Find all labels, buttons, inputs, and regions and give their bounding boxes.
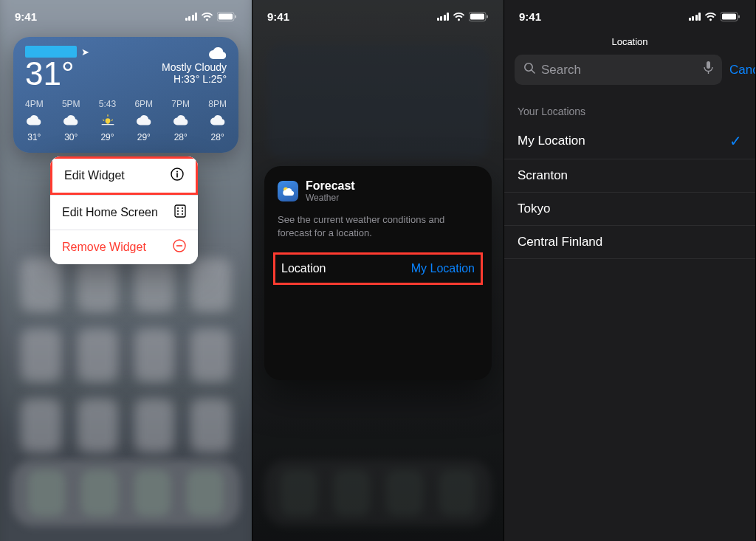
- sunset-icon: [100, 112, 115, 129]
- hour-slot: 5PM 30°: [62, 99, 80, 142]
- location-item[interactable]: Scranton: [504, 159, 755, 193]
- location-item[interactable]: Central Finland: [504, 226, 755, 259]
- location-setting-row[interactable]: Location My Location: [273, 252, 483, 285]
- battery-icon: [217, 12, 237, 21]
- dock-blur: [12, 460, 240, 526]
- remove-widget-label: Remove Widget: [62, 241, 146, 254]
- hour-slot: 6PM 29°: [134, 99, 153, 142]
- edit-home-item[interactable]: Edit Home Screen: [50, 195, 198, 230]
- widget-context-menu: Edit Widget Edit Home Screen Remove Widg…: [50, 156, 198, 264]
- location-item[interactable]: My Location✓: [504, 123, 755, 159]
- hour-temp: 29°: [137, 132, 151, 142]
- cloud-icon: [63, 112, 78, 129]
- widget-config-card: Forecast Weather See the current weather…: [264, 166, 492, 380]
- hour-temp: 31°: [27, 132, 41, 142]
- sheet-title: Location: [504, 36, 755, 47]
- svg-rect-22: [722, 14, 736, 20]
- wifi-icon: [201, 13, 213, 21]
- status-time: 9:41: [519, 10, 541, 23]
- panel-widget-config: 9:41 Forecast Weather See the current we…: [252, 0, 504, 541]
- info-icon: [171, 168, 184, 184]
- svg-rect-1: [219, 14, 233, 20]
- svg-rect-18: [470, 14, 484, 20]
- cloud-icon: [162, 46, 227, 61]
- status-bar: 9:41: [504, 0, 755, 23]
- cloud-icon: [27, 112, 41, 129]
- location-name: My Location: [518, 134, 585, 148]
- svg-rect-19: [487, 15, 488, 18]
- status-time: 9:41: [15, 10, 37, 23]
- hourly-forecast: 4PM 31°5PM 30°5:43 29°6PM 29°7PM 28°8PM …: [25, 99, 227, 142]
- wifi-icon: [453, 13, 465, 21]
- svg-rect-8: [175, 205, 185, 217]
- svg-point-6: [176, 170, 178, 172]
- location-name: Scranton: [518, 168, 568, 183]
- remove-icon: [173, 239, 186, 255]
- hour-time: 8PM: [208, 99, 227, 109]
- hour-time: 7PM: [171, 99, 190, 109]
- location-item[interactable]: Tokyo: [504, 193, 755, 226]
- cloud-icon: [137, 112, 151, 129]
- status-bar: 9:41: [0, 0, 252, 23]
- cellular-icon: [437, 13, 450, 21]
- config-description: See the current weather conditions and f…: [278, 213, 478, 239]
- locations-list: My Location✓ScrantonTokyoCentral Finland: [504, 123, 755, 259]
- svg-rect-26: [707, 61, 710, 69]
- battery-icon: [469, 12, 489, 21]
- hour-time: 4PM: [25, 99, 44, 109]
- svg-point-10: [182, 207, 183, 209]
- panel-widget-context: 9:41 ➤ 31° Mostly: [0, 0, 252, 541]
- svg-point-14: [182, 213, 183, 215]
- high-low-text: H:33° L:25°: [162, 73, 227, 85]
- weather-widget[interactable]: ➤ 31° Mostly Cloudy H:33° L:25° 4PM 31°5…: [13, 37, 238, 153]
- cellular-icon: [689, 13, 701, 21]
- search-icon: [523, 62, 535, 77]
- cloud-icon: [210, 112, 225, 129]
- edit-widget-label: Edit Widget: [64, 169, 125, 182]
- hour-temp: 28°: [174, 132, 188, 142]
- hour-time: 6PM: [134, 99, 153, 109]
- section-header: Your Locations: [504, 92, 755, 123]
- config-subtitle: Weather: [306, 193, 355, 203]
- svg-rect-2: [235, 15, 236, 18]
- location-setting-label: Location: [281, 262, 326, 275]
- config-title: Forecast: [306, 179, 355, 193]
- search-field[interactable]: [515, 55, 722, 85]
- svg-point-12: [182, 210, 183, 212]
- hour-slot: 7PM 28°: [171, 99, 190, 142]
- svg-rect-23: [738, 15, 740, 18]
- svg-rect-7: [176, 173, 178, 177]
- location-arrow-icon: ➤: [81, 46, 89, 58]
- hour-temp: 29°: [100, 132, 114, 142]
- weather-app-icon: [278, 181, 298, 201]
- wifi-icon: [704, 13, 717, 21]
- edit-widget-item[interactable]: Edit Widget: [50, 156, 198, 195]
- hour-slot: 5:43 29°: [99, 99, 116, 142]
- svg-point-13: [177, 213, 179, 215]
- hour-slot: 4PM 31°: [25, 99, 44, 142]
- checkmark-icon: ✓: [729, 132, 742, 150]
- location-name: Central Finland: [518, 235, 602, 249]
- hour-temp: 30°: [64, 132, 78, 142]
- search-input[interactable]: [541, 63, 698, 77]
- location-setting-value: My Location: [411, 262, 475, 275]
- panel-location-picker: 9:41 Location Cancel Your Locations My L…: [504, 0, 755, 541]
- location-name: Tokyo: [518, 201, 550, 216]
- mic-icon[interactable]: [704, 61, 713, 78]
- config-header: Forecast Weather: [278, 179, 478, 203]
- edit-home-label: Edit Home Screen: [62, 206, 158, 219]
- svg-line-25: [532, 70, 535, 73]
- cancel-button[interactable]: Cancel: [729, 63, 755, 77]
- cellular-icon: [185, 13, 198, 21]
- hour-time: 5PM: [62, 99, 80, 109]
- battery-icon: [721, 12, 740, 21]
- hour-slot: 8PM 28°: [208, 99, 227, 142]
- status-bar: 9:41: [252, 0, 504, 23]
- svg-rect-16: [176, 245, 182, 247]
- hour-temp: 28°: [211, 132, 224, 142]
- apps-icon: [174, 204, 186, 221]
- condition-text: Mostly Cloudy: [162, 61, 227, 73]
- remove-widget-item[interactable]: Remove Widget: [50, 230, 198, 264]
- svg-point-11: [177, 210, 179, 212]
- cloud-icon: [173, 112, 188, 129]
